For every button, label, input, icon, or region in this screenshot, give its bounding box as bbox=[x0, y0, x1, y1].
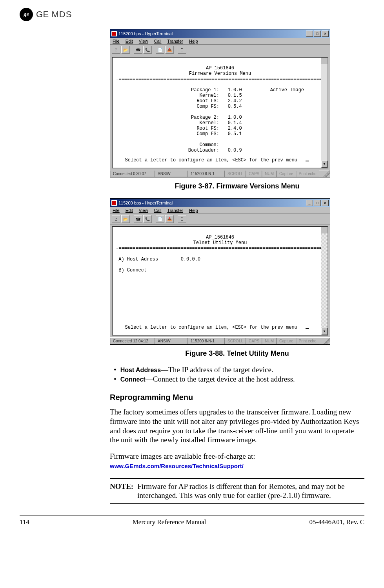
menu-view: View bbox=[139, 208, 148, 213]
note-label: NOTE: bbox=[110, 482, 133, 501]
tb-prop-icon: 🗒 bbox=[178, 215, 186, 223]
tb-recv-icon: 📥 bbox=[165, 46, 174, 54]
status-num: NUM bbox=[262, 170, 277, 177]
figure-caption-1: Figure 3-87. Firmware Versions Menu bbox=[110, 182, 364, 190]
brand-ge: GE bbox=[36, 9, 49, 19]
tb-open-icon: 📂 bbox=[121, 46, 130, 54]
menu-edit: Edit bbox=[126, 208, 133, 213]
resize-grip-icon bbox=[323, 338, 330, 344]
resize-grip-icon bbox=[323, 170, 330, 177]
body-paragraph: The factory sometimes offers upgrades to… bbox=[110, 407, 364, 445]
note-block: NOTE: Firmware for AP radios is differen… bbox=[110, 478, 364, 504]
statusbar: Connected 0:30:07 ANSIW 115200 8-N-1 SCR… bbox=[110, 170, 330, 177]
tb-call-icon: ☎ bbox=[134, 46, 142, 54]
close-icon: × bbox=[322, 31, 329, 37]
brand-mds: MDS bbox=[51, 9, 72, 19]
status-connected: Connected 12:04:12 bbox=[110, 338, 155, 344]
window-title: 115200 bps - HyperTerminal bbox=[118, 31, 173, 36]
minimize-icon: _ bbox=[306, 31, 313, 37]
menu-edit: Edit bbox=[126, 39, 133, 43]
term-menu-title: Firmware Versions Menu bbox=[189, 71, 251, 76]
term-prompt: Select a letter to configure an item, <E… bbox=[125, 325, 297, 330]
term-line: A) Host Adress 0.0.0.0 bbox=[116, 257, 200, 262]
term-host: AP_1561846 bbox=[206, 65, 234, 71]
term-line: Kernel: 0.1.5 bbox=[163, 93, 242, 98]
status-capture: Capture bbox=[277, 170, 296, 177]
term-prompt: Select a letter to configure an item, <E… bbox=[125, 157, 297, 163]
terminal-output: AP_1561846 Firmware Versions Menu-======… bbox=[112, 57, 328, 168]
app-icon bbox=[111, 31, 117, 36]
page-footer: 114 Mercury Reference Manual 05-4446A01,… bbox=[20, 516, 364, 526]
bullet-list: •Host Address—The IP address of the targ… bbox=[110, 365, 364, 384]
scroll-down-icon: ▼ bbox=[321, 328, 328, 335]
term-line: Comp FS: 0.5.4 bbox=[163, 104, 242, 109]
term-line: Root FS: 2.4.2 bbox=[163, 98, 242, 104]
close-icon: × bbox=[322, 200, 329, 206]
tb-prop-icon: 🗒 bbox=[178, 46, 186, 54]
tb-new-icon: 🗋 bbox=[112, 46, 120, 54]
tb-new-icon: 🗋 bbox=[112, 215, 120, 223]
term-divider: -=======================================… bbox=[116, 246, 328, 251]
screenshot-firmware-versions: 115200 bps - HyperTerminal _ □ × File Ed… bbox=[110, 29, 330, 177]
status-emulation: ANSIW bbox=[155, 338, 188, 344]
term-line: Kernel: 0.1.4 bbox=[163, 120, 242, 126]
status-port: 115200 8-N-1 bbox=[188, 338, 225, 344]
tb-open-icon: 📂 bbox=[121, 215, 130, 223]
status-connected: Connected 0:30:07 bbox=[110, 170, 155, 177]
note-text: Firmware for AP radios is different than… bbox=[137, 482, 364, 501]
menu-file: File bbox=[113, 39, 120, 43]
window-titlebar: 115200 bps - HyperTerminal _ □ × bbox=[110, 199, 330, 207]
status-port: 115200 8-N-1 bbox=[188, 170, 225, 177]
menu-help: Help bbox=[189, 208, 198, 213]
support-link: www.GEmds.com/Resources/TechnicalSupport… bbox=[110, 463, 244, 469]
menu-call: Call bbox=[154, 39, 162, 43]
manual-title: Mercury Reference Manual bbox=[133, 518, 206, 526]
scroll-down-icon: ▼ bbox=[321, 161, 328, 168]
doc-revision: 05-4446A01, Rev. C bbox=[309, 518, 364, 526]
scrollbar: ▲ ▼ bbox=[321, 58, 328, 168]
terminal-output: AP_1561846 Telnet Utility Menu-=========… bbox=[112, 226, 328, 336]
maximize-icon: □ bbox=[314, 31, 321, 37]
window-titlebar: 115200 bps - HyperTerminal _ □ × bbox=[110, 29, 330, 38]
bullet-label: Connect bbox=[120, 376, 146, 383]
term-line: Comp FS: 0.5.1 bbox=[163, 131, 242, 137]
maximize-icon: □ bbox=[314, 200, 321, 206]
window-title: 115200 bps - HyperTerminal bbox=[118, 201, 173, 205]
menu-help: Help bbox=[189, 39, 198, 43]
bullet-label: Host Address bbox=[120, 367, 161, 373]
status-printecho: Print echo bbox=[296, 170, 319, 177]
bullet-text: —The IP address of the target device. bbox=[161, 365, 273, 374]
ge-logo-icon: ge bbox=[20, 8, 33, 21]
menu-view: View bbox=[139, 39, 148, 43]
tb-send-icon: 📄 bbox=[156, 46, 164, 54]
menu-transfer: Transfer bbox=[167, 39, 183, 43]
figure-caption-2: Figure 3-88. Telnet Utility Menu bbox=[110, 349, 364, 358]
body-paragraph: Firmware images are available free-of-ch… bbox=[110, 452, 364, 470]
screenshot-telnet-utility: 115200 bps - HyperTerminal _ □ × File Ed… bbox=[110, 198, 330, 345]
status-printecho: Print echo bbox=[296, 338, 319, 344]
app-icon bbox=[111, 200, 117, 206]
statusbar: Connected 12:04:12 ANSIW 115200 8-N-1 SC… bbox=[110, 337, 330, 344]
term-host: AP_1561846 bbox=[206, 235, 234, 240]
term-divider: -=======================================… bbox=[116, 76, 328, 82]
minimize-icon: _ bbox=[306, 200, 313, 206]
page-header: ge GE MDS bbox=[20, 8, 364, 21]
status-emulation: ANSIW bbox=[155, 170, 188, 177]
term-line: Package 2: 1.0.0 bbox=[163, 115, 242, 120]
toolbar: 🗋 📂 ☎ 📞 📄 📥 🗒 bbox=[110, 214, 330, 224]
status-caps: CAPS bbox=[246, 338, 262, 344]
tb-call-icon: ☎ bbox=[134, 215, 142, 223]
section-heading: Reprogramming Menu bbox=[110, 393, 364, 402]
term-line: B) Connect bbox=[116, 268, 147, 273]
menu-file: File bbox=[113, 208, 120, 213]
toolbar: 🗋 📂 ☎ 📞 📄 📥 🗒 bbox=[110, 45, 330, 55]
term-menu-title: Telnet Utility Menu bbox=[193, 240, 247, 246]
status-scroll: SCROLL bbox=[225, 338, 246, 344]
status-num: NUM bbox=[262, 338, 277, 344]
menu-transfer: Transfer bbox=[167, 208, 183, 213]
menubar: File Edit View Call Transfer Help bbox=[110, 38, 330, 45]
term-line: Bootloader: 0.0.9 bbox=[163, 148, 242, 153]
page-number: 114 bbox=[20, 518, 29, 526]
term-line: Package 1: 1.0.0 Active Image bbox=[163, 87, 304, 93]
status-capture: Capture bbox=[277, 338, 296, 344]
